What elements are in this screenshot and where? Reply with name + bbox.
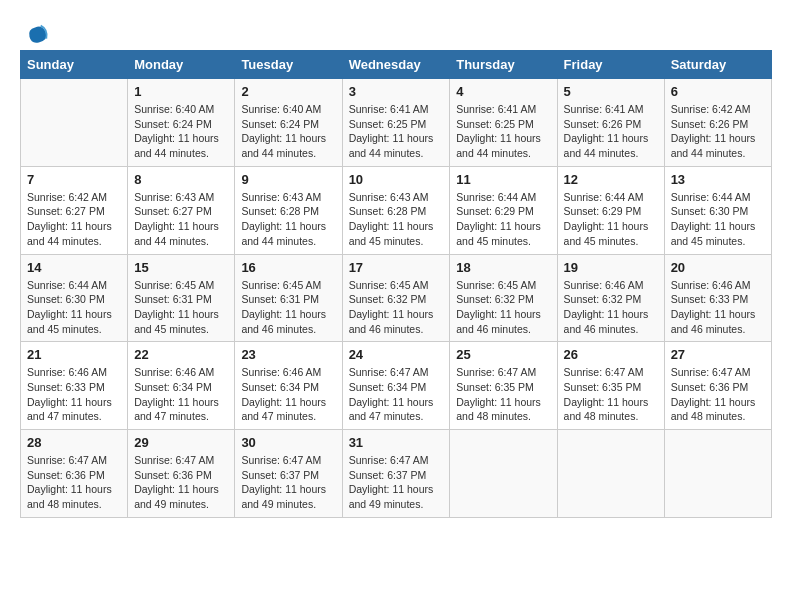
day-number: 3	[349, 84, 444, 99]
calendar-cell: 13Sunrise: 6:44 AMSunset: 6:30 PMDayligh…	[664, 166, 771, 254]
calendar-cell: 15Sunrise: 6:45 AMSunset: 6:31 PMDayligh…	[128, 254, 235, 342]
day-info: Sunrise: 6:40 AMSunset: 6:24 PMDaylight:…	[134, 102, 228, 161]
day-number: 12	[564, 172, 658, 187]
header-saturday: Saturday	[664, 51, 771, 79]
day-info: Sunrise: 6:46 AMSunset: 6:33 PMDaylight:…	[671, 278, 765, 337]
calendar-header-row: SundayMondayTuesdayWednesdayThursdayFrid…	[21, 51, 772, 79]
calendar-cell: 31Sunrise: 6:47 AMSunset: 6:37 PMDayligh…	[342, 430, 450, 518]
day-info: Sunrise: 6:46 AMSunset: 6:32 PMDaylight:…	[564, 278, 658, 337]
day-number: 9	[241, 172, 335, 187]
logo	[20, 20, 50, 40]
logo-icon	[22, 20, 50, 48]
day-info: Sunrise: 6:44 AMSunset: 6:30 PMDaylight:…	[27, 278, 121, 337]
calendar-cell	[664, 430, 771, 518]
calendar-cell: 29Sunrise: 6:47 AMSunset: 6:36 PMDayligh…	[128, 430, 235, 518]
day-number: 7	[27, 172, 121, 187]
header-monday: Monday	[128, 51, 235, 79]
calendar-cell: 2Sunrise: 6:40 AMSunset: 6:24 PMDaylight…	[235, 79, 342, 167]
week-row-1: 1Sunrise: 6:40 AMSunset: 6:24 PMDaylight…	[21, 79, 772, 167]
calendar-cell: 28Sunrise: 6:47 AMSunset: 6:36 PMDayligh…	[21, 430, 128, 518]
calendar-cell: 20Sunrise: 6:46 AMSunset: 6:33 PMDayligh…	[664, 254, 771, 342]
calendar-cell: 1Sunrise: 6:40 AMSunset: 6:24 PMDaylight…	[128, 79, 235, 167]
calendar-cell: 10Sunrise: 6:43 AMSunset: 6:28 PMDayligh…	[342, 166, 450, 254]
calendar-cell: 11Sunrise: 6:44 AMSunset: 6:29 PMDayligh…	[450, 166, 557, 254]
day-number: 13	[671, 172, 765, 187]
day-number: 14	[27, 260, 121, 275]
day-number: 2	[241, 84, 335, 99]
day-info: Sunrise: 6:47 AMSunset: 6:36 PMDaylight:…	[27, 453, 121, 512]
day-info: Sunrise: 6:41 AMSunset: 6:25 PMDaylight:…	[456, 102, 550, 161]
day-number: 17	[349, 260, 444, 275]
day-info: Sunrise: 6:45 AMSunset: 6:31 PMDaylight:…	[134, 278, 228, 337]
week-row-4: 21Sunrise: 6:46 AMSunset: 6:33 PMDayligh…	[21, 342, 772, 430]
week-row-3: 14Sunrise: 6:44 AMSunset: 6:30 PMDayligh…	[21, 254, 772, 342]
day-info: Sunrise: 6:47 AMSunset: 6:37 PMDaylight:…	[349, 453, 444, 512]
calendar-cell: 7Sunrise: 6:42 AMSunset: 6:27 PMDaylight…	[21, 166, 128, 254]
calendar-cell: 30Sunrise: 6:47 AMSunset: 6:37 PMDayligh…	[235, 430, 342, 518]
day-info: Sunrise: 6:44 AMSunset: 6:30 PMDaylight:…	[671, 190, 765, 249]
day-number: 10	[349, 172, 444, 187]
day-info: Sunrise: 6:47 AMSunset: 6:36 PMDaylight:…	[134, 453, 228, 512]
day-info: Sunrise: 6:47 AMSunset: 6:34 PMDaylight:…	[349, 365, 444, 424]
day-info: Sunrise: 6:47 AMSunset: 6:35 PMDaylight:…	[456, 365, 550, 424]
day-number: 1	[134, 84, 228, 99]
calendar-cell: 14Sunrise: 6:44 AMSunset: 6:30 PMDayligh…	[21, 254, 128, 342]
day-number: 31	[349, 435, 444, 450]
day-info: Sunrise: 6:43 AMSunset: 6:27 PMDaylight:…	[134, 190, 228, 249]
day-number: 28	[27, 435, 121, 450]
header-friday: Friday	[557, 51, 664, 79]
calendar-cell	[21, 79, 128, 167]
calendar-cell: 17Sunrise: 6:45 AMSunset: 6:32 PMDayligh…	[342, 254, 450, 342]
week-row-2: 7Sunrise: 6:42 AMSunset: 6:27 PMDaylight…	[21, 166, 772, 254]
day-number: 8	[134, 172, 228, 187]
day-number: 5	[564, 84, 658, 99]
day-info: Sunrise: 6:43 AMSunset: 6:28 PMDaylight:…	[349, 190, 444, 249]
day-number: 15	[134, 260, 228, 275]
week-row-5: 28Sunrise: 6:47 AMSunset: 6:36 PMDayligh…	[21, 430, 772, 518]
day-info: Sunrise: 6:41 AMSunset: 6:25 PMDaylight:…	[349, 102, 444, 161]
day-number: 16	[241, 260, 335, 275]
day-number: 30	[241, 435, 335, 450]
calendar-cell: 22Sunrise: 6:46 AMSunset: 6:34 PMDayligh…	[128, 342, 235, 430]
day-number: 24	[349, 347, 444, 362]
day-info: Sunrise: 6:47 AMSunset: 6:35 PMDaylight:…	[564, 365, 658, 424]
day-number: 19	[564, 260, 658, 275]
day-info: Sunrise: 6:47 AMSunset: 6:37 PMDaylight:…	[241, 453, 335, 512]
day-info: Sunrise: 6:42 AMSunset: 6:26 PMDaylight:…	[671, 102, 765, 161]
calendar-cell: 25Sunrise: 6:47 AMSunset: 6:35 PMDayligh…	[450, 342, 557, 430]
day-info: Sunrise: 6:42 AMSunset: 6:27 PMDaylight:…	[27, 190, 121, 249]
day-info: Sunrise: 6:44 AMSunset: 6:29 PMDaylight:…	[456, 190, 550, 249]
day-info: Sunrise: 6:46 AMSunset: 6:34 PMDaylight:…	[134, 365, 228, 424]
day-number: 23	[241, 347, 335, 362]
calendar-cell: 27Sunrise: 6:47 AMSunset: 6:36 PMDayligh…	[664, 342, 771, 430]
header-wednesday: Wednesday	[342, 51, 450, 79]
calendar-cell: 4Sunrise: 6:41 AMSunset: 6:25 PMDaylight…	[450, 79, 557, 167]
calendar-cell: 6Sunrise: 6:42 AMSunset: 6:26 PMDaylight…	[664, 79, 771, 167]
calendar-cell: 5Sunrise: 6:41 AMSunset: 6:26 PMDaylight…	[557, 79, 664, 167]
calendar-cell: 3Sunrise: 6:41 AMSunset: 6:25 PMDaylight…	[342, 79, 450, 167]
header-thursday: Thursday	[450, 51, 557, 79]
calendar-cell	[450, 430, 557, 518]
day-number: 27	[671, 347, 765, 362]
day-number: 21	[27, 347, 121, 362]
day-info: Sunrise: 6:46 AMSunset: 6:34 PMDaylight:…	[241, 365, 335, 424]
calendar-cell: 12Sunrise: 6:44 AMSunset: 6:29 PMDayligh…	[557, 166, 664, 254]
day-number: 25	[456, 347, 550, 362]
header-tuesday: Tuesday	[235, 51, 342, 79]
calendar-cell: 21Sunrise: 6:46 AMSunset: 6:33 PMDayligh…	[21, 342, 128, 430]
day-info: Sunrise: 6:45 AMSunset: 6:32 PMDaylight:…	[456, 278, 550, 337]
day-info: Sunrise: 6:45 AMSunset: 6:32 PMDaylight:…	[349, 278, 444, 337]
day-info: Sunrise: 6:43 AMSunset: 6:28 PMDaylight:…	[241, 190, 335, 249]
day-number: 11	[456, 172, 550, 187]
calendar-cell: 24Sunrise: 6:47 AMSunset: 6:34 PMDayligh…	[342, 342, 450, 430]
header-sunday: Sunday	[21, 51, 128, 79]
calendar-cell: 19Sunrise: 6:46 AMSunset: 6:32 PMDayligh…	[557, 254, 664, 342]
day-info: Sunrise: 6:47 AMSunset: 6:36 PMDaylight:…	[671, 365, 765, 424]
calendar-cell: 23Sunrise: 6:46 AMSunset: 6:34 PMDayligh…	[235, 342, 342, 430]
day-number: 6	[671, 84, 765, 99]
day-number: 20	[671, 260, 765, 275]
calendar-cell: 8Sunrise: 6:43 AMSunset: 6:27 PMDaylight…	[128, 166, 235, 254]
day-number: 29	[134, 435, 228, 450]
day-info: Sunrise: 6:40 AMSunset: 6:24 PMDaylight:…	[241, 102, 335, 161]
calendar-cell: 18Sunrise: 6:45 AMSunset: 6:32 PMDayligh…	[450, 254, 557, 342]
